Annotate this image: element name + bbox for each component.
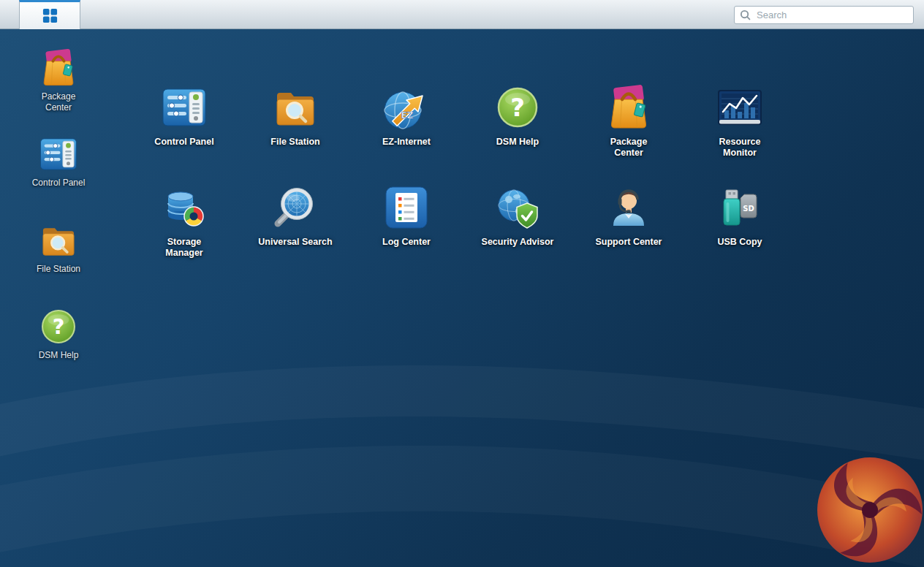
universal-search-icon	[272, 184, 319, 231]
app-label: Security Advisor	[482, 237, 554, 248]
search-box[interactable]	[734, 6, 914, 24]
app-label: Storage Manager	[165, 237, 202, 259]
search-icon	[740, 9, 751, 20]
shortcut-package-center[interactable]: Package Center	[20, 48, 96, 124]
app-ez-internet[interactable]: EZ-Internet	[351, 84, 462, 159]
support-center-icon	[605, 184, 652, 231]
app-label: DSM Help	[496, 137, 539, 148]
app-grid: Control Panel File Station EZ-Internet D…	[129, 84, 795, 259]
search-input[interactable]	[755, 9, 908, 21]
app-label: Log Center	[382, 237, 431, 248]
wallpaper-swirl-logo	[778, 456, 924, 567]
shortcut-label: File Station	[37, 264, 80, 275]
file-station-icon	[39, 221, 78, 260]
app-log-center[interactable]: Log Center	[351, 184, 462, 259]
ez-internet-icon	[383, 84, 430, 131]
app-support-center[interactable]: Support Center	[573, 184, 684, 259]
app-security-advisor[interactable]: Security Advisor	[462, 184, 573, 259]
taskbar	[0, 0, 924, 29]
app-storage-manager[interactable]: Storage Manager	[129, 184, 240, 259]
dsm-desktop-screen: Package Center Control Panel File Statio…	[0, 0, 924, 567]
app-file-station[interactable]: File Station	[240, 84, 351, 159]
file-station-icon	[272, 84, 319, 131]
shortcut-label: DSM Help	[39, 350, 79, 361]
dsm-help-icon	[39, 307, 78, 346]
control-panel-icon	[39, 134, 78, 174]
app-label: File Station	[270, 137, 319, 148]
app-dsm-help[interactable]: DSM Help	[462, 84, 573, 159]
app-control-panel[interactable]: Control Panel	[129, 84, 240, 159]
main-menu-button[interactable]	[19, 0, 80, 29]
desktop: Package Center Control Panel File Statio…	[0, 29, 924, 567]
main-menu-grid-icon	[42, 7, 58, 24]
control-panel-icon	[161, 84, 208, 131]
app-label: EZ-Internet	[382, 137, 431, 148]
app-universal-search[interactable]: Universal Search	[240, 184, 351, 259]
desktop-shortcuts: Package Center Control Panel File Statio…	[20, 48, 96, 383]
app-label: Universal Search	[258, 237, 332, 248]
app-label: Resource Monitor	[719, 137, 761, 159]
package-center-icon	[605, 84, 652, 131]
shortcut-file-station[interactable]: File Station	[20, 221, 96, 297]
resource-monitor-icon	[716, 84, 763, 131]
shortcut-control-panel[interactable]: Control Panel	[20, 134, 96, 210]
usb-copy-icon	[716, 184, 763, 231]
shortcut-label: Package Center	[42, 91, 76, 113]
app-usb-copy[interactable]: USB Copy	[684, 184, 795, 259]
shortcut-label: Control Panel	[32, 178, 86, 189]
app-resource-monitor[interactable]: Resource Monitor	[684, 84, 795, 159]
shortcut-dsm-help[interactable]: DSM Help	[20, 307, 96, 383]
app-label: Package Center	[610, 137, 648, 159]
dsm-help-icon	[494, 84, 541, 131]
package-center-icon	[39, 48, 78, 88]
log-center-icon	[383, 184, 430, 231]
storage-manager-icon	[161, 184, 208, 231]
app-label: Support Center	[596, 237, 662, 248]
security-advisor-icon	[494, 184, 541, 231]
app-label: Control Panel	[154, 137, 213, 148]
app-label: USB Copy	[717, 237, 762, 248]
app-package-center[interactable]: Package Center	[573, 84, 684, 159]
